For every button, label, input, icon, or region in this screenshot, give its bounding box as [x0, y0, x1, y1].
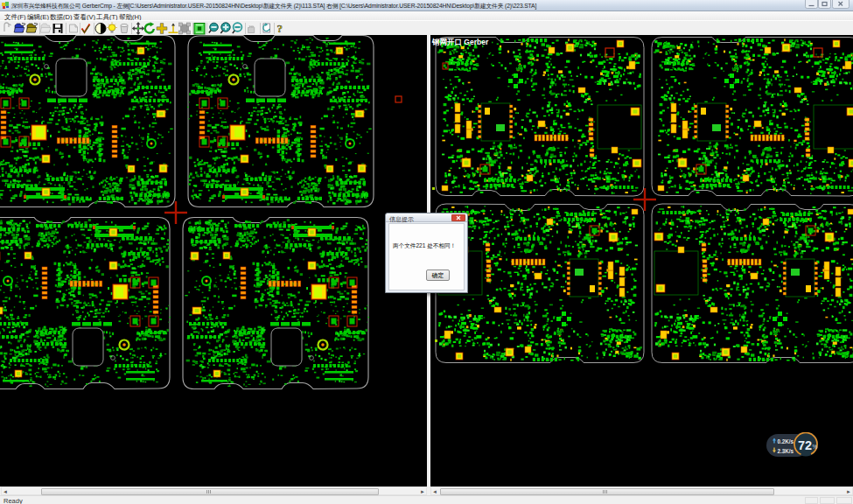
svg-text:%: %	[813, 444, 818, 450]
svg-text:0.2K/s: 0.2K/s	[778, 438, 794, 444]
svg-text:?: ?	[277, 22, 283, 35]
svg-text:钢网开口 Gerber: 钢网开口 Gerber	[431, 38, 489, 46]
svg-text:2.3K/s: 2.3K/s	[778, 448, 794, 454]
svg-text:72: 72	[798, 438, 812, 452]
